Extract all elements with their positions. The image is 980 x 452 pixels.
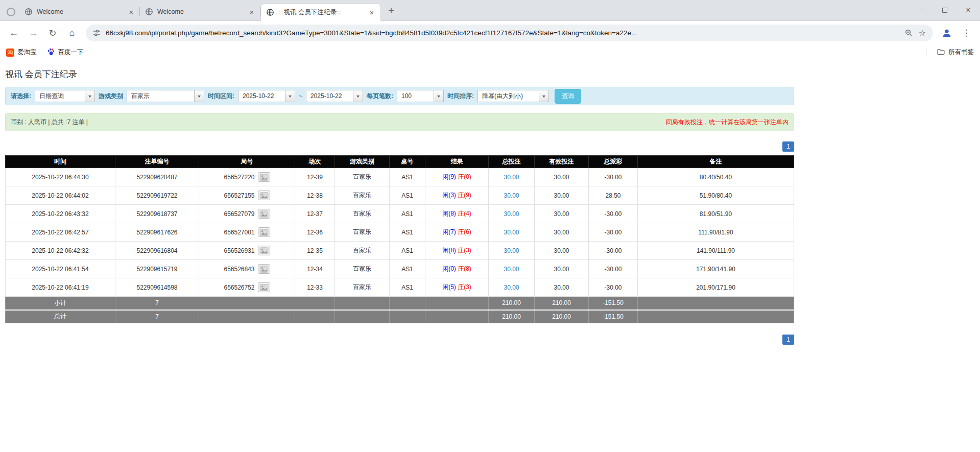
chevron-down-icon[interactable] xyxy=(194,90,204,102)
tab-betrecord-active[interactable]: :::视讯 会员下注纪录::: × xyxy=(260,3,381,21)
back-button[interactable]: ← xyxy=(5,25,22,42)
tab-title: Welcome xyxy=(157,8,243,15)
round-result-image-button[interactable] xyxy=(258,191,270,200)
round-no-cell: 656527079 xyxy=(199,205,295,223)
tab-welcome-2[interactable]: Welcome × xyxy=(140,3,260,20)
round-result-image-button[interactable] xyxy=(258,282,270,292)
bookmark-taobao[interactable]: 淘 爱淘宝 xyxy=(6,48,37,57)
round-no-text: 656526843 xyxy=(224,266,254,273)
result-player: 闲(7) xyxy=(442,228,456,235)
table-body: 2025-10-22 06:44:30 522909620487 6565272… xyxy=(6,168,794,297)
new-tab-button[interactable]: + xyxy=(384,4,398,18)
total-bet-link[interactable]: 30.00 xyxy=(504,247,519,254)
url-text: 66cxkj98.com/ipl/portal.php/game/betreco… xyxy=(106,29,899,37)
bet-no-cell: 522909614598 xyxy=(115,278,199,297)
image-icon xyxy=(259,247,269,254)
range-tilde: ~ xyxy=(299,92,302,100)
forward-button[interactable]: → xyxy=(25,25,42,42)
total-bet-link[interactable]: 30.00 xyxy=(504,192,519,199)
total-bet-link[interactable]: 30.00 xyxy=(504,229,519,236)
page-1-button[interactable]: 1 xyxy=(782,335,794,345)
folder-icon xyxy=(937,47,945,58)
bet-no-cell: 522909620487 xyxy=(115,168,199,186)
round-result-image-button[interactable] xyxy=(258,172,270,182)
bookmark-baidu[interactable]: 百度一下 xyxy=(47,47,84,57)
address-bar[interactable]: 66cxkj98.com/ipl/portal.php/game/betreco… xyxy=(86,25,933,41)
round-no-cell: 656526931 xyxy=(199,242,295,260)
reload-button[interactable]: ↻ xyxy=(44,25,61,42)
result-cell: 闲(3) 庄(9) xyxy=(425,186,489,205)
round-no-text: 656526752 xyxy=(224,284,254,291)
total-bet-link[interactable]: 30.00 xyxy=(504,210,519,218)
site-info-icon[interactable] xyxy=(92,29,101,38)
per-page-select[interactable]: 100 xyxy=(397,90,444,102)
round-result-image-button[interactable] xyxy=(258,264,270,274)
payout-cell: -30.00 xyxy=(589,205,638,223)
round-result-image-button[interactable] xyxy=(258,227,270,237)
tab-close-icon[interactable]: × xyxy=(367,8,376,17)
minimize-icon xyxy=(919,10,924,10)
table-row: 2025-10-22 06:42:32 522909616804 6565269… xyxy=(6,242,794,260)
image-icon xyxy=(259,174,269,181)
result-banker: 庄(0) xyxy=(458,173,471,180)
search-button[interactable]: 查询 xyxy=(555,89,581,104)
maximize-button[interactable] xyxy=(933,0,957,20)
time-cell: 2025-10-22 06:42:57 xyxy=(6,223,115,242)
globe-icon xyxy=(25,8,33,16)
result-cell: 闲(5) 庄(3) xyxy=(425,278,489,297)
table-no-cell: AS1 xyxy=(390,223,425,242)
game-type-cell: 百家乐 xyxy=(335,242,390,260)
close-button[interactable]: × xyxy=(957,0,980,20)
profile-button[interactable] xyxy=(938,25,955,42)
game-type-cell: 百家乐 xyxy=(335,260,390,278)
table-no-cell: AS1 xyxy=(390,205,425,223)
round-result-image-button[interactable] xyxy=(258,246,270,255)
result-player: 闲(0) xyxy=(442,265,456,272)
all-bookmarks-button[interactable]: 所有书签 xyxy=(937,47,974,58)
tab-close-icon[interactable]: × xyxy=(247,7,256,16)
chevron-down-icon[interactable] xyxy=(434,90,443,102)
currency-summary-text: 币别 : 人民币 | 总共 :7 注单 | xyxy=(11,118,88,127)
menu-button[interactable]: ⋮ xyxy=(958,25,975,42)
time-cell: 2025-10-22 06:43:32 xyxy=(6,205,115,223)
total-bet-cell: 30.00 xyxy=(489,186,535,205)
total-bet-link[interactable]: 30.00 xyxy=(504,284,519,291)
date-to-select[interactable]: 2025-10-22 xyxy=(306,90,363,102)
tab-welcome-1[interactable]: Welcome × xyxy=(19,3,140,20)
image-icon xyxy=(259,229,269,236)
round-no-text: 656527079 xyxy=(224,210,254,218)
zoom-icon[interactable] xyxy=(904,29,913,38)
date-to-value: 2025-10-22 xyxy=(306,92,346,100)
game-type-select[interactable]: 百家乐 xyxy=(127,90,204,102)
round-no-cell: 656526752 xyxy=(199,278,295,297)
total-bet-link[interactable]: 30.00 xyxy=(504,174,519,181)
query-type-select[interactable]: 日期查询 xyxy=(35,90,95,102)
page-1-button[interactable]: 1 xyxy=(782,141,794,152)
tab-search-button[interactable] xyxy=(3,3,18,20)
bookmark-star-icon[interactable]: ☆ xyxy=(918,29,927,38)
session-cell: 12-35 xyxy=(295,242,335,260)
chevron-down-icon[interactable] xyxy=(285,90,295,102)
tab-close-icon[interactable]: × xyxy=(127,7,136,16)
profile-icon xyxy=(941,28,952,39)
col-round-no: 局号 xyxy=(199,156,295,168)
col-note: 备注 xyxy=(638,156,794,168)
chevron-down-icon[interactable] xyxy=(539,90,548,102)
sort-order-select[interactable]: 降幂(由大到小) xyxy=(477,90,549,102)
chevron-down-icon[interactable] xyxy=(353,90,363,102)
round-result-image-button[interactable] xyxy=(258,209,270,219)
baidu-paw-icon xyxy=(47,47,55,57)
payout-cell: -30.00 xyxy=(589,242,638,260)
minimize-button[interactable] xyxy=(910,0,933,20)
chevron-down-icon[interactable] xyxy=(85,90,94,102)
total-bet-link[interactable]: 30.00 xyxy=(504,266,519,273)
round-no-cell: 656527001 xyxy=(199,223,295,242)
home-button[interactable]: ⌂ xyxy=(63,25,81,42)
time-cell: 2025-10-22 06:42:32 xyxy=(6,242,115,260)
session-cell: 12-38 xyxy=(295,186,335,205)
payout-cell: -30.00 xyxy=(589,168,638,186)
table-no-cell: AS1 xyxy=(390,186,425,205)
valid-bet-cell: 30.00 xyxy=(535,242,589,260)
date-from-select[interactable]: 2025-10-22 xyxy=(238,90,295,102)
page: 视讯 会员下注纪录 请选择: 日期查询 游戏类别 百家乐 时间区间: 2025-… xyxy=(0,68,980,345)
